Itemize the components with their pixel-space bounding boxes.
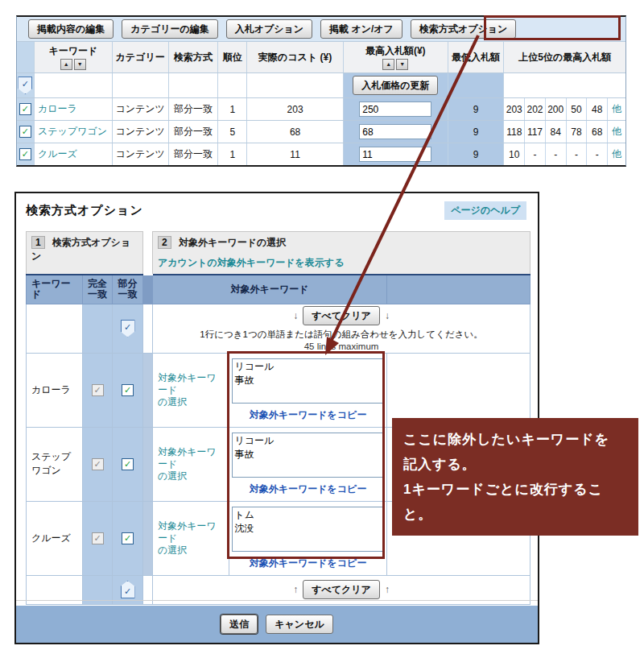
top5-value: 118: [504, 121, 524, 143]
top5-value: 203: [504, 98, 524, 120]
annotation-line: 記入する。: [403, 452, 627, 477]
select-all-partial-checkbox[interactable]: [121, 320, 135, 337]
keyword-label: カローラ: [31, 384, 71, 395]
top5-value: 202: [524, 98, 545, 120]
category-column-header: カテゴリー: [116, 51, 165, 64]
top5-value: -: [524, 143, 545, 165]
rank-value: 5: [229, 126, 235, 138]
apply-down-arrow-icon: [380, 310, 394, 321]
top5-value: 84: [545, 121, 566, 143]
top5-value: 50: [566, 98, 587, 120]
exact-match-checkbox[interactable]: [92, 384, 104, 396]
min-bid-column-header: 最低入札額: [452, 51, 500, 64]
rank-value: 1: [229, 104, 235, 115]
top5-value: -: [566, 143, 587, 165]
edit-listing-button[interactable]: 掲載内容の編集: [28, 19, 114, 39]
clear-all-button[interactable]: すべてクリア: [303, 580, 380, 599]
step-1-badge: 1: [31, 236, 45, 249]
select-all-partial-checkbox[interactable]: [121, 581, 135, 598]
table-row: ステップワゴン コンテンツ 部分一致 5 68 9 118 117 84 78 …: [17, 120, 625, 143]
header-checkbox-cell: [17, 42, 35, 72]
page-title: 検索方式オプション: [26, 203, 143, 217]
top5-value: 200: [545, 98, 566, 120]
table-row: クルーズ コンテンツ 部分一致 1 11 9 10 - - - - 他: [17, 143, 625, 165]
divider: [16, 600, 538, 601]
row-checkbox[interactable]: [19, 148, 31, 160]
rank-value: 1: [229, 149, 235, 160]
keyword-link[interactable]: カローラ: [38, 102, 77, 116]
clear-all-button[interactable]: すべてクリア: [303, 306, 380, 325]
max-bid-input[interactable]: [359, 147, 431, 162]
cost-column-header: 実際のコスト (¥): [258, 51, 332, 64]
top5-column-header: 上位5位の最高入札額: [518, 51, 611, 64]
max-bid-input[interactable]: [359, 101, 431, 117]
keyword-link[interactable]: クルーズ: [38, 147, 77, 161]
excluded-keywords-textarea[interactable]: リコール 事故: [232, 433, 385, 478]
page-help-link[interactable]: ページのヘルプ: [444, 201, 526, 220]
excluded-keywords-textarea[interactable]: リコール 事故: [232, 358, 385, 404]
search-method-options-button[interactable]: 検索方式オプション: [411, 19, 516, 39]
cost-value: 68: [290, 126, 300, 138]
sort-down-icon[interactable]: [396, 59, 408, 70]
excluded-keywords-textarea[interactable]: トム 沈没: [232, 507, 385, 552]
method-value: 部分一致: [174, 125, 213, 139]
keyword-link[interactable]: ステップワゴン: [38, 125, 107, 139]
sort-down-icon[interactable]: [74, 59, 86, 70]
edit-category-button[interactable]: カテゴリーの編集: [122, 19, 217, 39]
section-2-label: 対象外キーワードの選択: [179, 237, 286, 248]
partial-match-checkbox[interactable]: [122, 458, 134, 470]
cancel-button[interactable]: キャンセル: [266, 615, 332, 634]
annotation-note: ここに除外したいキーワードを 記入する。 1キーワードごとに改行すること。: [392, 418, 638, 536]
method-value: 部分一致: [174, 102, 213, 116]
select-excluded-keywords-link[interactable]: 対象外キーワードの選択: [158, 446, 217, 482]
update-bid-row: 入札価格の更新: [17, 72, 625, 97]
cost-value: 203: [287, 104, 303, 115]
rank-column-header: 順位: [223, 51, 242, 64]
form-footer: 送信 キャンセル: [16, 606, 538, 643]
top5-value: 117: [524, 121, 545, 143]
more-link[interactable]: 他: [612, 102, 621, 116]
exact-match-column-header: 完全一致: [88, 278, 107, 300]
copy-excluded-keywords-link[interactable]: 対象外キーワードをコピー: [231, 482, 385, 496]
partial-match-checkbox[interactable]: [122, 532, 134, 544]
account-excluded-keywords-link[interactable]: アカウントの対象外キーワードを表示する: [158, 256, 525, 270]
top5-value: -: [586, 143, 607, 165]
category-value: コンテンツ: [115, 125, 164, 139]
min-bid-value: 9: [473, 104, 479, 115]
table-row: カローラ 対象外キーワードの選択 リコール 事故 対象外キーワードをコピー: [27, 353, 530, 427]
select-all-checkbox[interactable]: [18, 77, 32, 94]
listing-on-off-button[interactable]: 掲載 オン/オフ: [320, 19, 402, 39]
toolbar: 掲載内容の編集 カテゴリーの編集 入札オプション 掲載 オン/オフ 検索方式オプ…: [17, 17, 625, 41]
exact-match-checkbox[interactable]: [92, 458, 104, 470]
keyword-bid-table: 掲載内容の編集 カテゴリーの編集 入札オプション 掲載 オン/オフ 検索方式オプ…: [16, 15, 626, 167]
partial-match-checkbox[interactable]: [122, 384, 134, 396]
more-link[interactable]: 他: [612, 147, 621, 161]
more-link[interactable]: 他: [612, 125, 621, 139]
copy-excluded-keywords-link[interactable]: 対象外キーワードをコピー: [231, 557, 385, 570]
row-checkbox[interactable]: [19, 103, 31, 115]
top5-value: -: [545, 143, 566, 165]
partial-match-column-header: 部分一致: [118, 278, 138, 300]
exact-match-checkbox[interactable]: [92, 532, 104, 544]
sort-up-icon[interactable]: [382, 59, 394, 70]
annotation-line: 1キーワードごとに改行すること。: [403, 477, 627, 527]
annotation-line: ここに除外したいキーワードを: [403, 427, 627, 452]
bid-options-button[interactable]: 入札オプション: [226, 19, 312, 39]
submit-button[interactable]: 送信: [221, 615, 258, 634]
instruction-text: 1行につき1つの単語または語句の組み合わせを入力してください。: [156, 329, 526, 341]
cost-value: 11: [290, 149, 299, 160]
max-bid-input[interactable]: [359, 124, 431, 139]
sort-up-icon[interactable]: [60, 59, 72, 70]
select-excluded-keywords-link[interactable]: 対象外キーワードの選択: [158, 372, 217, 408]
top5-value: 78: [566, 121, 587, 143]
update-bid-price-button[interactable]: 入札価格の更新: [353, 76, 438, 95]
clear-all-top-row: すべてクリア 1行につき1つの単語または語句の組み合わせを入力してください。 4…: [27, 304, 530, 353]
top5-value: 10: [504, 143, 524, 165]
max-bid-column-header: 最高入札額(¥): [365, 44, 426, 58]
method-column-header: 検索方式: [174, 51, 213, 64]
excluded-keyword-column-header: 対象外キーワード: [231, 284, 309, 295]
copy-excluded-keywords-link[interactable]: 対象外キーワードをコピー: [231, 408, 385, 422]
keyword-column-header: キーワード: [31, 278, 71, 300]
row-checkbox[interactable]: [19, 126, 31, 138]
select-excluded-keywords-link[interactable]: 対象外キーワードの選択: [158, 520, 217, 556]
